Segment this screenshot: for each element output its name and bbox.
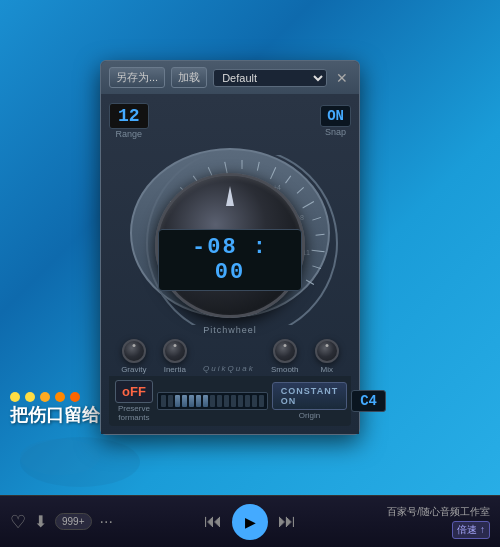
pitch-display: -08 : 00	[158, 229, 302, 291]
close-button[interactable]: ✕	[333, 70, 351, 86]
bottom-row: oFF Preserveformants	[109, 376, 351, 426]
more-icon[interactable]: ···	[100, 513, 113, 531]
brand-label: QuikQuak	[203, 363, 255, 374]
pitch-seg-3	[175, 395, 180, 407]
svg-line-17	[297, 187, 304, 193]
download-icon[interactable]: ⬇	[34, 512, 47, 531]
range-label: Range	[109, 129, 149, 139]
load-button[interactable]: 加载	[171, 67, 207, 88]
knob-needle	[226, 186, 234, 206]
pitch-seg-6	[196, 395, 201, 407]
center-knob-group: QuikQuak	[203, 363, 255, 374]
pitch-seg-9	[217, 395, 222, 407]
origin-label: Origin	[299, 411, 320, 420]
plugin-body: 12 Range ON Snap	[101, 95, 359, 434]
pitch-seg-4	[182, 395, 187, 407]
svg-line-23	[306, 280, 314, 285]
svg-point-1	[20, 439, 100, 475]
svg-line-21	[312, 250, 325, 251]
pitch-seg-7	[203, 395, 208, 407]
constant-on-button[interactable]: CONSTANT ON	[272, 382, 347, 410]
source-text: 百家号/随心音频工作室	[387, 505, 490, 519]
svg-line-16	[285, 176, 290, 183]
count-badge: 999+	[55, 513, 92, 530]
range-group: 12 Range	[109, 103, 149, 139]
media-bar: ♡ ⬇ 999+ ··· ⏮ ▶ ⏭ 百家号/随心音频工作室 倍速 ↑	[0, 495, 500, 547]
note-group: C4	[351, 390, 386, 413]
snap-group: ON Snap	[320, 105, 351, 137]
inertia-knob-dot	[173, 344, 176, 347]
heart-icon[interactable]: ♡	[10, 511, 26, 533]
note-display[interactable]: C4	[351, 390, 386, 412]
svg-line-22	[312, 266, 321, 269]
plugin-window: 另存为... 加载 Default ✕ 12 Range ON Snap	[100, 60, 360, 435]
pitch-seg-12	[238, 395, 243, 407]
pitch-bar[interactable]	[157, 392, 268, 410]
media-controls: ⏮ ▶ ⏭	[204, 504, 296, 540]
dial-area: 0 +4 +8 +11 -4 -8 -11 -08 : 00	[120, 143, 340, 323]
pitch-seg-15	[259, 395, 264, 407]
pitch-seg-11	[231, 395, 236, 407]
svg-line-20	[316, 234, 325, 235]
lyrics-text: 把伤口留给	[10, 403, 100, 427]
small-knobs-row: Gravity Inertia QuikQuak Smooth	[109, 335, 351, 376]
inertia-knob-group: Inertia	[163, 339, 187, 374]
gravity-label: Gravity	[121, 365, 146, 374]
save-as-button[interactable]: 另存为...	[109, 67, 165, 88]
top-controls: 12 Range ON Snap	[109, 103, 351, 139]
range-display[interactable]: 12	[109, 103, 149, 129]
pitch-seg-14	[252, 395, 257, 407]
preset-group: Default	[213, 69, 327, 87]
smooth-knob-group: Smooth	[271, 339, 299, 374]
gravity-knob[interactable]	[122, 339, 146, 363]
smooth-knob-dot	[283, 344, 286, 347]
gravity-knob-dot	[132, 344, 135, 347]
off-group: oFF Preserveformants	[115, 380, 153, 422]
gravity-knob-group: Gravity	[121, 339, 146, 374]
dots-decoration	[10, 392, 80, 402]
pitch-seg-1	[161, 395, 166, 407]
pitch-seg-2	[168, 395, 173, 407]
svg-line-14	[257, 162, 259, 171]
mix-knob[interactable]	[315, 339, 339, 363]
main-knob[interactable]: -08 : 00	[155, 173, 305, 318]
pitchwheel-label: Pitchwheel	[109, 325, 351, 335]
play-button[interactable]: ▶	[232, 504, 268, 540]
mix-label: Mix	[321, 365, 333, 374]
off-button[interactable]: oFF	[115, 380, 153, 403]
pitch-seg-8	[210, 395, 215, 407]
smooth-knob[interactable]	[273, 339, 297, 363]
plugin-titlebar: 另存为... 加载 Default ✕	[101, 61, 359, 95]
next-button[interactable]: ⏭	[278, 511, 296, 532]
svg-line-19	[312, 217, 321, 220]
svg-line-15	[270, 167, 275, 179]
smooth-label: Smooth	[271, 365, 299, 374]
pitch-seg-10	[224, 395, 229, 407]
mix-knob-group: Mix	[315, 339, 339, 374]
preset-select[interactable]: Default	[213, 69, 327, 87]
pitch-seg-5	[189, 395, 194, 407]
mix-knob-dot	[325, 344, 328, 347]
preserve-formants-label: Preserveformants	[118, 404, 150, 422]
prev-button[interactable]: ⏮	[204, 511, 222, 532]
inertia-knob[interactable]	[163, 339, 187, 363]
speed-arrow: ↑	[480, 524, 485, 535]
constant-group: CONSTANT ON Origin	[272, 382, 347, 420]
svg-line-18	[303, 202, 314, 209]
pitch-seg-13	[245, 395, 250, 407]
source-info: 百家号/随心音频工作室 倍速 ↑	[387, 505, 490, 539]
snap-display[interactable]: ON	[320, 105, 351, 127]
speed-badge: 倍速 ↑	[452, 521, 490, 539]
inertia-label: Inertia	[164, 365, 186, 374]
snap-label: Snap	[320, 127, 351, 137]
speed-label[interactable]: 倍速	[457, 524, 477, 535]
